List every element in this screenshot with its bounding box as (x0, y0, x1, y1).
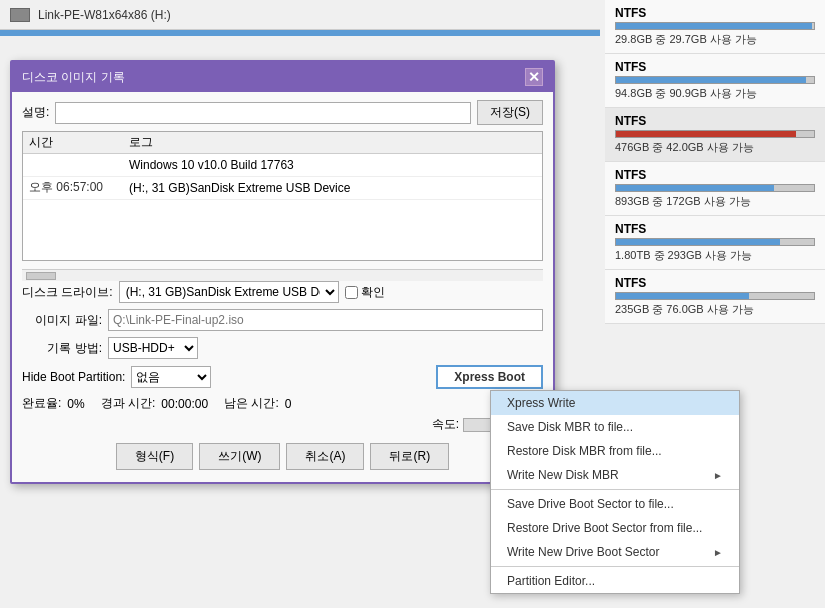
log-row-2: 오후 06:57:00 (H:, 31 GB)SanDisk Extreme U… (23, 177, 542, 200)
elapsed-label: 경과 시간: (101, 395, 156, 412)
disk-type-0: NTFS (615, 6, 815, 20)
disk-type-4: NTFS (615, 222, 815, 236)
log-row-1: Windows 10 v10.0 Build 17763 (23, 154, 542, 177)
dialog-title-text: 디스코 이미지 기록 (22, 69, 125, 86)
dialog-close-button[interactable]: ✕ (525, 68, 543, 86)
ctx-item-7[interactable]: Write New Drive Boot Sector► (491, 540, 739, 564)
speed-row: 속도: (22, 416, 543, 433)
disk-bar-wrap-4 (615, 238, 815, 246)
log-scrollbar-horizontal[interactable] (22, 269, 543, 281)
disk-type-3: NTFS (615, 168, 815, 182)
ctx-label-0: Xpress Write (507, 396, 575, 410)
format-button[interactable]: 형식(F) (116, 443, 193, 470)
cancel-button[interactable]: 취소(A) (286, 443, 364, 470)
progress-label: 완료율: (22, 395, 61, 412)
progress-row: 완료율: 0% 경과 시간: 00:00:00 남은 시간: 0 (22, 395, 543, 412)
ctx-item-6[interactable]: Restore Drive Boot Sector from file... (491, 516, 739, 540)
ctx-separator-8 (491, 566, 739, 567)
disk-info-0: 29.8GB 중 29.7GB 사용 가능 (615, 32, 815, 47)
disk-bar-fill-4 (616, 239, 780, 245)
speed-label: 속도: (432, 416, 459, 433)
disk-bar-wrap-0 (615, 22, 815, 30)
top-progress-fill (0, 30, 600, 36)
confirm-checkbox[interactable] (345, 286, 358, 299)
log-line-1a: Windows 10 v10.0 Build 17763 (129, 156, 536, 174)
ctx-arrow-3: ► (713, 470, 723, 481)
log-content-2: (H:, 31 GB)SanDisk Extreme USB Device (129, 179, 536, 197)
method-boot-row: 기록 방법: USB-HDD+ (22, 337, 543, 359)
log-time-2: 오후 06:57:00 (29, 179, 129, 197)
disk-bar-fill-1 (616, 77, 806, 83)
drive-select[interactable]: (H:, 31 GB)SanDisk Extreme USB Device (119, 281, 339, 303)
disk-info-5: 235GB 중 76.0GB 사용 가능 (615, 302, 815, 317)
disk-item-0: NTFS 29.8GB 중 29.7GB 사용 가능 (605, 0, 825, 54)
check-label: 확인 (345, 284, 385, 301)
dialog: 디스코 이미지 기록 ✕ 설명: 저장(S) 시간 로그 Windows 10 … (10, 60, 555, 484)
ctx-label-7: Write New Drive Boot Sector (507, 545, 660, 559)
context-menu: Xpress WriteSave Disk MBR to file...Rest… (490, 390, 740, 594)
method-select[interactable]: USB-HDD+ (108, 337, 198, 359)
dialog-title-bar: 디스코 이미지 기록 ✕ (12, 62, 553, 92)
image-input[interactable] (108, 309, 543, 331)
back-button[interactable]: 뒤로(R) (370, 443, 449, 470)
ctx-label-5: Save Drive Boot Sector to file... (507, 497, 674, 511)
log-line-2a: (H:, 31 GB)SanDisk Extreme USB Device (129, 179, 536, 197)
check-text: 확인 (361, 284, 385, 301)
ctx-arrow-7: ► (713, 547, 723, 558)
disk-bar-wrap-2 (615, 130, 815, 138)
write-button[interactable]: 쓰기(W) (199, 443, 280, 470)
action-buttons: 형식(F) 쓰기(W) 취소(A) 뒤로(R) (22, 439, 543, 474)
disk-bar-fill-2 (616, 131, 796, 137)
ctx-item-2[interactable]: Restore Disk MBR from file... (491, 439, 739, 463)
boot-partition-row: Hide Boot Partition: 없음 Xpress Boot (22, 365, 543, 389)
drive-row: 디스크 드라이브: (H:, 31 GB)SanDisk Extreme USB… (22, 281, 543, 303)
description-row: 설명: 저장(S) (22, 100, 543, 125)
ctx-item-0[interactable]: Xpress Write (491, 391, 739, 415)
ctx-item-9[interactable]: Partition Editor... (491, 569, 739, 593)
save-button[interactable]: 저장(S) (477, 100, 543, 125)
description-input[interactable] (55, 102, 471, 124)
disk-bar-fill-0 (616, 23, 812, 29)
disk-type-2: NTFS (615, 114, 815, 128)
ctx-item-1[interactable]: Save Disk MBR to file... (491, 415, 739, 439)
top-progress-bar (0, 30, 600, 36)
log-content-1: Windows 10 v10.0 Build 17763 (129, 156, 536, 174)
top-bar: Link-PE-W81x64x86 (H:) (0, 0, 600, 30)
disk-bar-fill-5 (616, 293, 749, 299)
disk-item-5: NTFS 235GB 중 76.0GB 사용 가능 (605, 270, 825, 324)
log-time-1 (29, 156, 129, 174)
disk-info-2: 476GB 중 42.0GB 사용 가능 (615, 140, 815, 155)
drive-icon (10, 8, 30, 22)
remain-value: 0 (285, 397, 292, 411)
disk-item-3: NTFS 893GB 중 172GB 사용 가능 (605, 162, 825, 216)
disk-info-1: 94.8GB 중 90.9GB 사용 가능 (615, 86, 815, 101)
disk-bar-wrap-5 (615, 292, 815, 300)
disk-bar-wrap-1 (615, 76, 815, 84)
disk-item-2: NTFS 476GB 중 42.0GB 사용 가능 (605, 108, 825, 162)
scrollbar-thumb[interactable] (26, 272, 56, 280)
xpress-boot-button[interactable]: Xpress Boot (436, 365, 543, 389)
disk-bar-wrap-3 (615, 184, 815, 192)
image-label: 이미지 파일: (22, 312, 102, 329)
disk-type-5: NTFS (615, 276, 815, 290)
ctx-item-3[interactable]: Write New Disk MBR► (491, 463, 739, 487)
boot-partition-select[interactable]: 없음 (131, 366, 211, 388)
remain-label: 남은 시간: (224, 395, 279, 412)
progress-value: 0% (67, 397, 84, 411)
drive-title: Link-PE-W81x64x86 (H:) (38, 8, 171, 22)
ctx-separator-4 (491, 489, 739, 490)
dialog-body: 설명: 저장(S) 시간 로그 Windows 10 v10.0 Build 1… (12, 92, 553, 482)
ctx-label-1: Save Disk MBR to file... (507, 420, 633, 434)
disk-item-4: NTFS 1.80TB 중 293GB 사용 가능 (605, 216, 825, 270)
ctx-label-9: Partition Editor... (507, 574, 595, 588)
disk-info-4: 1.80TB 중 293GB 사용 가능 (615, 248, 815, 263)
image-row: 이미지 파일: (22, 309, 543, 331)
ctx-label-3: Write New Disk MBR (507, 468, 619, 482)
disk-type-1: NTFS (615, 60, 815, 74)
log-area: 시간 로그 Windows 10 v10.0 Build 17763 오후 06… (22, 131, 543, 261)
ctx-item-5[interactable]: Save Drive Boot Sector to file... (491, 492, 739, 516)
disk-bar-fill-3 (616, 185, 774, 191)
drive-label: 디스크 드라이브: (22, 284, 113, 301)
log-header: 시간 로그 (23, 132, 542, 154)
disk-info-3: 893GB 중 172GB 사용 가능 (615, 194, 815, 209)
